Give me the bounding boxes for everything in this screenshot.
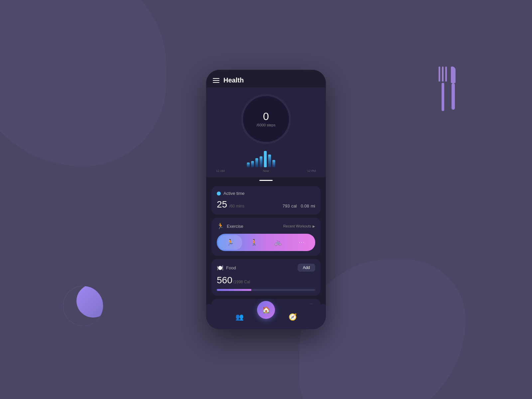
minutes-unit: /60 mins (229, 204, 244, 208)
food-card: 🍽️ Food Add 560 /1998 Cal (211, 259, 321, 296)
recent-workouts-link[interactable]: Recent Workouts ▶ (283, 224, 315, 228)
steps-section: 0 /6000 steps (206, 87, 326, 177)
home-icon: 🏠 (262, 306, 270, 314)
food-title: Food (226, 265, 236, 270)
active-time-header: Active time (217, 191, 315, 196)
more-dots-icon: ··· (299, 239, 305, 245)
distance-stat: 0.08 mi (301, 203, 315, 209)
food-stats: 560 /1998 Cal (217, 275, 315, 286)
food-progress-bar (217, 289, 315, 291)
compass-nav-icon[interactable]: 🧭 (289, 313, 297, 321)
workout-pills: 🏃 🚶 🚲 ··· (217, 234, 315, 251)
running-pill[interactable]: 🏃 (218, 235, 242, 250)
menu-button[interactable] (213, 78, 219, 83)
steps-goal: /6000 steps (257, 123, 276, 127)
active-time-value: 25 /60 mins (217, 199, 244, 210)
active-time-card: Active time 25 /60 mins 793 cal 0.08 mi (211, 186, 321, 214)
people-nav-icon[interactable]: 👥 (235, 313, 244, 321)
right-stats: 793 cal 0.08 mi (283, 203, 315, 209)
decorative-utensils (439, 66, 456, 111)
chart-labels: 12 AM Now 12 PM (213, 169, 319, 173)
exercise-card: 🏃 Exercise Recent Workouts ▶ 🏃 🚶 🚲 (211, 218, 321, 256)
walking-pill[interactable]: 🚶 (242, 235, 266, 250)
calories-unit: cal (291, 203, 297, 208)
food-utensil-icon: 🍽️ (217, 265, 223, 271)
food-progress-fill (217, 289, 251, 291)
background-blob-1 (0, 0, 166, 166)
food-header: 🍽️ Food Add (217, 264, 315, 272)
app-header: Health (206, 70, 326, 87)
food-calories-goal: /1998 Cal (233, 280, 250, 284)
steps-circle: 0 /6000 steps (241, 94, 291, 144)
steps-chart: 12 AM Now 12 PM (213, 147, 319, 171)
svg-rect-6 (247, 163, 250, 167)
bottom-navigation: 👥 🏠 🧭 (206, 304, 326, 329)
svg-rect-4 (272, 160, 275, 167)
distance-unit: mi (311, 203, 315, 208)
scroll-indicator (206, 177, 326, 184)
decorative-moon (63, 286, 103, 326)
recent-workouts-label: Recent Workouts (283, 224, 311, 228)
chart-label-now: Now (263, 169, 269, 173)
food-left: 🍽️ Food (217, 265, 236, 271)
exercise-title: Exercise (227, 224, 243, 229)
home-nav-button[interactable]: 🏠 (257, 301, 275, 319)
phone-container: Health 0 /6000 steps (206, 70, 326, 329)
cycling-icon: 🚲 (274, 239, 282, 246)
active-time-title: Active time (223, 191, 245, 196)
svg-rect-5 (251, 161, 254, 167)
page-title: Health (223, 76, 244, 84)
svg-rect-0 (255, 158, 258, 167)
exercise-left: 🏃 Exercise (217, 222, 243, 230)
calories-stat: 793 cal (283, 203, 297, 209)
calories-value: 793 (283, 203, 290, 208)
chart-label-end: 12 PM (307, 169, 316, 173)
more-pill[interactable]: ··· (290, 235, 314, 250)
main-content: Active time 25 /60 mins 793 cal 0.08 mi (206, 184, 326, 304)
food-calories-value: 560 (217, 275, 232, 286)
chevron-right-icon: ▶ (313, 224, 315, 228)
svg-rect-2 (264, 151, 267, 167)
exercise-header: 🏃 Exercise Recent Workouts ▶ (217, 222, 315, 230)
steps-count: 0 (263, 111, 269, 122)
svg-rect-3 (268, 155, 271, 167)
cycling-pill[interactable]: 🚲 (266, 235, 290, 250)
walking-icon: 🚶 (250, 239, 258, 246)
running-icon: 🏃 (226, 239, 234, 246)
svg-rect-1 (260, 156, 263, 167)
active-time-stats: 25 /60 mins 793 cal 0.08 mi (217, 199, 315, 210)
minutes-value: 25 (217, 199, 227, 209)
chart-label-start: 12 AM (216, 169, 225, 173)
active-dot (217, 192, 221, 196)
distance-value: 0.08 (301, 203, 309, 208)
exercise-icon: 🏃 (217, 222, 224, 230)
add-food-button[interactable]: Add (298, 264, 315, 272)
